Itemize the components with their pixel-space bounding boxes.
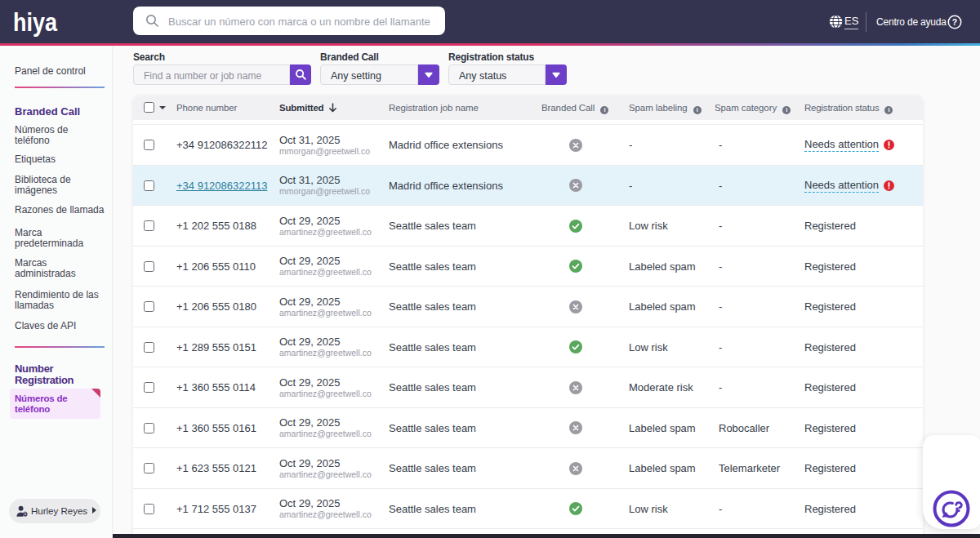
svg-text:?: ? bbox=[952, 17, 957, 26]
